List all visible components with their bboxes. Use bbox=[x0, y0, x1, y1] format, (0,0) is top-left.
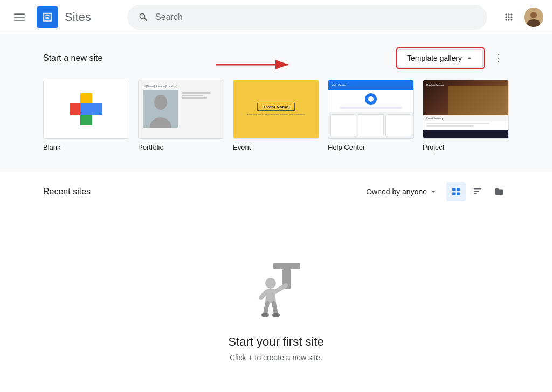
portfolio-preview: Hi [Name], I live in [Location] bbox=[139, 80, 224, 138]
templates-section: Start a new site Template gallery bbox=[0, 34, 552, 169]
svg-point-18 bbox=[154, 95, 167, 110]
search-input[interactable] bbox=[155, 12, 477, 22]
svg-rect-15 bbox=[80, 93, 92, 103]
svg-rect-14 bbox=[92, 103, 102, 115]
template-thumb-blank bbox=[43, 80, 129, 139]
portfolio-header: Hi [Name], I live in [Location] bbox=[143, 85, 219, 88]
google-cross-icon bbox=[70, 93, 102, 125]
chevron-updown-icon bbox=[465, 54, 474, 62]
empty-state-subtitle: Click + to create a new site. bbox=[230, 353, 322, 362]
svg-rect-13 bbox=[70, 103, 80, 115]
header-right bbox=[498, 6, 543, 28]
empty-state-title: Start your first site bbox=[228, 335, 323, 349]
portfolio-person bbox=[143, 90, 219, 128]
template-card-project[interactable]: Project Name Project Summary Proj bbox=[423, 80, 509, 151]
empty-illustration bbox=[244, 247, 308, 322]
svg-rect-1 bbox=[14, 17, 25, 18]
template-thumb-help-center: Help Center bbox=[328, 80, 414, 139]
folder-view-button[interactable] bbox=[489, 182, 509, 201]
template-card-help-center[interactable]: Help Center bbox=[328, 80, 414, 151]
sort-az-button[interactable] bbox=[468, 182, 487, 201]
recent-title: Recent sites bbox=[43, 187, 366, 197]
search-icon bbox=[138, 12, 149, 23]
templates-grid: Blank Hi [Name], I live in [Location] bbox=[43, 80, 509, 151]
template-card-blank[interactable]: Blank bbox=[43, 80, 129, 151]
svg-rect-16 bbox=[80, 115, 92, 125]
template-label-event: Event bbox=[233, 143, 319, 151]
template-gallery-button[interactable]: Template gallery bbox=[398, 49, 483, 67]
svg-rect-17 bbox=[80, 103, 92, 115]
template-card-portfolio[interactable]: Hi [Name], I live in [Location] bbox=[138, 80, 224, 151]
recent-section: Recent sites Owned by anyone bbox=[0, 169, 552, 392]
search-bar[interactable] bbox=[127, 5, 487, 30]
annotation-arrow bbox=[210, 54, 296, 75]
app-name-label: Sites bbox=[65, 10, 91, 24]
apps-icon[interactable] bbox=[498, 6, 520, 28]
recent-header: Recent sites Owned by anyone bbox=[43, 182, 509, 201]
recent-controls: Owned by anyone bbox=[366, 182, 509, 201]
svg-point-23 bbox=[272, 313, 280, 317]
empty-state: Start your first site Click + to create … bbox=[43, 214, 509, 383]
template-gallery-label: Template gallery bbox=[407, 54, 462, 62]
svg-point-21 bbox=[265, 278, 276, 289]
svg-point-22 bbox=[261, 313, 269, 317]
section-title: Start a new site bbox=[43, 53, 102, 63]
app-logo-icon bbox=[37, 6, 58, 28]
dropdown-arrow-icon bbox=[429, 187, 438, 196]
avatar[interactable] bbox=[524, 8, 543, 27]
section-header: Start a new site Template gallery bbox=[43, 47, 509, 69]
template-thumb-portfolio: Hi [Name], I live in [Location] bbox=[138, 80, 224, 139]
template-label-help-center: Help Center bbox=[328, 143, 414, 151]
template-thumb-event: [Event Name] A one-stop site for all you… bbox=[233, 80, 319, 139]
owned-by-filter[interactable]: Owned by anyone bbox=[366, 187, 438, 196]
app-header: Sites bbox=[0, 0, 552, 34]
more-options-button[interactable]: ⋮ bbox=[487, 47, 509, 69]
svg-rect-19 bbox=[273, 263, 300, 269]
template-card-event[interactable]: [Event Name] A one-stop site for all you… bbox=[233, 80, 319, 151]
svg-point-5 bbox=[530, 12, 537, 18]
menu-icon[interactable] bbox=[9, 6, 30, 28]
template-thumb-project: Project Name Project Summary bbox=[423, 80, 509, 139]
svg-rect-0 bbox=[14, 13, 25, 15]
svg-rect-2 bbox=[14, 20, 25, 21]
grid-view-button[interactable] bbox=[446, 182, 466, 201]
owned-by-label: Owned by anyone bbox=[366, 187, 427, 196]
view-toggle bbox=[446, 182, 509, 201]
header-left: Sites bbox=[9, 6, 116, 28]
section-actions: Template gallery ⋮ bbox=[394, 47, 509, 69]
template-label-portfolio: Portfolio bbox=[138, 143, 224, 151]
template-label-blank: Blank bbox=[43, 143, 129, 151]
template-label-project: Project bbox=[423, 143, 509, 151]
